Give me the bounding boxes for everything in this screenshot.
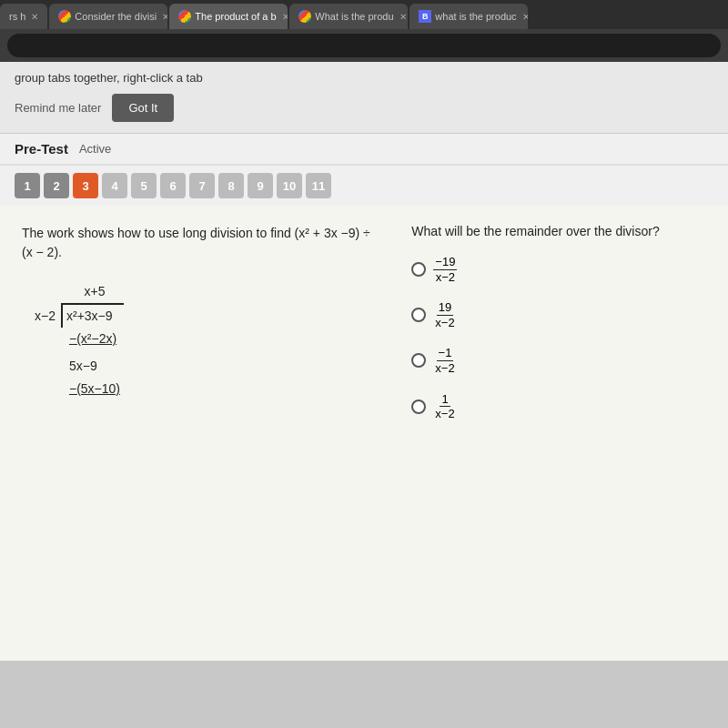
active-label: Active [79,142,111,156]
fraction-2: 19 x−2 [433,300,456,329]
answer-option-3[interactable]: −1 x−2 [411,346,706,375]
pretest-bar: Pre-Test Active [0,134,728,166]
fraction-4: 1 x−2 [433,392,456,421]
notification-bar: group tabs together, right-click a tab R… [0,62,728,134]
quotient-spacer [31,280,62,304]
browser-chrome: rs h ✕ Consider the divisi ✕ The product… [0,0,728,62]
google-icon-4 [298,10,311,23]
tab-4-close[interactable]: ✕ [399,12,407,22]
step1-row: −(x²−2x) [31,328,124,350]
tab-3-close[interactable]: ✕ [282,12,288,22]
question-numbers: 1 2 3 4 5 6 7 8 9 10 11 [0,166,728,206]
tab-4[interactable]: What is the produ ✕ [289,4,408,29]
step2-spacer [31,351,62,378]
divisor-cell: x−2 [31,304,62,328]
numerator-1: −19 [433,255,457,270]
q-num-1[interactable]: 1 [15,173,40,198]
fraction-3: −1 x−2 [433,346,456,375]
q-num-6[interactable]: 6 [160,173,186,198]
numerator-2: 19 [437,300,453,316]
q-num-10[interactable]: 10 [277,173,302,198]
left-question-text: The work shows how to use long division … [22,224,375,262]
notif-buttons: Remind me later Got It [15,94,713,122]
step3-row: −(5x−10) [31,378,124,400]
main-content: The work shows how to use long division … [0,206,728,661]
answer-option-4[interactable]: 1 x−2 [411,392,706,421]
tab-1-close[interactable]: ✕ [31,12,38,22]
tab-5[interactable]: B what is the produc ✕ [410,4,528,29]
right-panel: What will be the remainder over the divi… [411,224,706,642]
step2-row: 5x−9 [31,351,124,378]
divisor-dividend-row: x−2 x²+3x−9 [31,304,124,328]
q-num-4[interactable]: 4 [102,173,127,198]
step3-value: −(5x−10) [62,378,124,400]
left-panel: The work shows how to use long division … [22,224,375,642]
pretest-label: Pre-Test [15,141,68,157]
tab-1-label: rs h [9,11,25,22]
google-icon-3 [178,10,191,23]
q-num-2[interactable]: 2 [44,173,69,198]
tab-1[interactable]: rs h ✕ [0,4,47,29]
tab-2-label: Consider the divisi [75,11,157,22]
tab-5-label: what is the produc [435,11,516,22]
q-num-9[interactable]: 9 [248,173,273,198]
tab-4-label: What is the produ [315,11,393,22]
q-num-11[interactable]: 11 [306,173,331,198]
google-icon-2 [58,10,71,23]
denominator-1: x−2 [434,270,457,285]
quotient-value: x+5 [62,280,124,304]
radio-3[interactable] [411,353,426,368]
denominator-4: x−2 [433,407,456,421]
omnibar-input[interactable] [7,34,721,57]
tab-2-close[interactable]: ✕ [162,12,167,22]
tab-3[interactable]: The product of a b ✕ [169,4,288,29]
tab-bar: rs h ✕ Consider the divisi ✕ The product… [0,0,728,29]
radio-4[interactable] [411,399,426,414]
denominator-3: x−2 [433,361,456,376]
q-num-3[interactable]: 3 [73,173,98,198]
remind-later-button[interactable]: Remind me later [15,101,101,115]
step2-value: 5x−9 [62,351,124,378]
fraction-1: −19 x−2 [433,255,457,284]
long-division: x+5 x−2 x²+3x−9 −(x²−2x) [31,280,375,400]
tab-2[interactable]: Consider the divisi ✕ [49,4,167,29]
q-num-7[interactable]: 7 [189,173,215,198]
numerator-4: 1 [440,392,450,408]
radio-2[interactable] [411,308,426,322]
numerator-3: −1 [437,346,454,361]
brainly-icon-5: B [419,10,431,23]
right-question: What will be the remainder over the divi… [411,224,706,238]
step3-spacer [31,378,62,400]
radio-1[interactable] [411,262,426,277]
q-num-8[interactable]: 8 [218,173,244,198]
quotient-row: x+5 [31,280,124,304]
got-it-button[interactable]: Got It [112,94,174,122]
omnibar-row [0,29,728,62]
step1-value: −(x²−2x) [62,328,124,350]
answer-option-1[interactable]: −19 x−2 [411,255,706,284]
division-table: x+5 x−2 x²+3x−9 −(x²−2x) [31,280,124,400]
denominator-2: x−2 [433,316,456,330]
step1-spacer [31,328,62,350]
notification-text: group tabs together, right-click a tab [15,71,713,85]
tab-3-label: The product of a b [195,11,276,22]
answer-option-2[interactable]: 19 x−2 [411,300,706,329]
q-num-5[interactable]: 5 [131,173,157,198]
dividend-cell: x²+3x−9 [62,304,124,328]
tab-5-close[interactable]: ✕ [522,12,529,22]
